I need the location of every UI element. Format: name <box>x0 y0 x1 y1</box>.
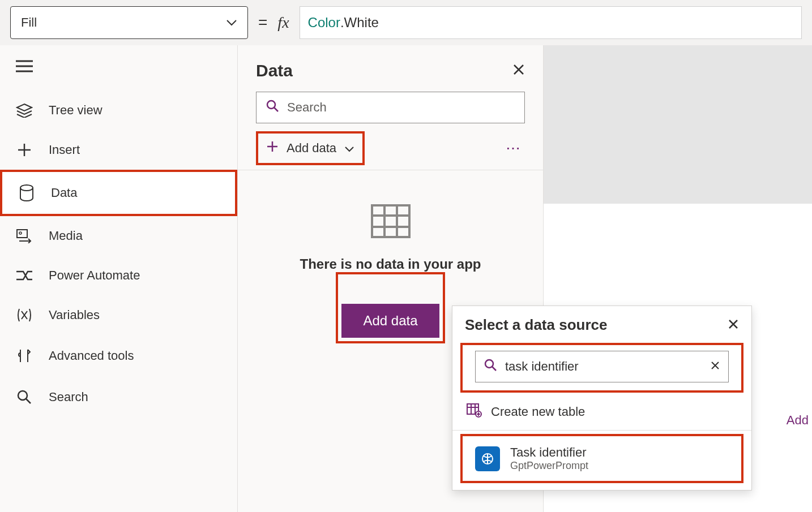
rail-item-label: Media <box>49 229 83 243</box>
rail-item-media[interactable]: Media <box>0 216 237 256</box>
flow-icon <box>15 269 34 282</box>
ai-model-icon <box>475 446 500 471</box>
clear-search-button[interactable] <box>710 359 720 374</box>
search-icon <box>484 358 497 375</box>
property-selector[interactable]: Fill <box>10 6 248 39</box>
svg-point-6 <box>485 360 493 368</box>
formula-input[interactable]: Color.White <box>300 6 802 39</box>
equals-sign: = <box>258 14 267 32</box>
svg-rect-1 <box>17 230 27 238</box>
result-subtitle: GptPowerPrompt <box>510 460 588 472</box>
rail-item-variables[interactable]: Variables <box>0 295 237 335</box>
hamburger-button[interactable] <box>0 53 237 91</box>
more-options-button[interactable]: ⋯ <box>506 140 525 157</box>
search-icon <box>266 99 279 116</box>
layers-icon <box>15 103 34 118</box>
database-icon <box>17 184 36 201</box>
popup-title: Select a data source <box>465 316 607 334</box>
svg-point-2 <box>19 232 22 234</box>
tools-icon <box>15 347 34 364</box>
data-search-input[interactable]: Search <box>256 92 525 123</box>
chevron-down-icon <box>344 141 354 156</box>
add-link[interactable]: Add <box>787 413 809 428</box>
table-plus-icon <box>466 403 482 421</box>
rail-item-label: Power Automate <box>49 268 140 283</box>
chevron-down-icon <box>226 15 237 30</box>
svg-point-3 <box>18 391 27 400</box>
add-data-label: Add data <box>287 141 336 156</box>
search-icon <box>15 389 34 405</box>
data-source-result-item[interactable]: Task identifier GptPowerPrompt <box>463 436 741 481</box>
formula-token-dot: . <box>340 15 344 31</box>
rail-item-label: Variables <box>49 308 100 322</box>
rail-item-label: Data <box>51 186 77 200</box>
rail-item-insert[interactable]: Insert <box>0 130 237 170</box>
close-data-panel-button[interactable] <box>512 63 525 78</box>
plus-icon <box>266 140 279 156</box>
rail-item-data[interactable]: Data <box>0 170 237 216</box>
result-title: Task identifier <box>510 445 588 460</box>
data-source-search-input[interactable]: task identifier <box>475 351 729 382</box>
rail-item-advanced-tools[interactable]: Advanced tools <box>0 335 237 377</box>
rail-item-label: Tree view <box>49 103 102 118</box>
formula-token-type: Color <box>308 15 340 31</box>
search-query-text: task identifier <box>505 359 702 374</box>
search-placeholder: Search <box>287 100 327 115</box>
svg-point-4 <box>267 101 275 109</box>
add-data-button[interactable]: Add data <box>341 304 439 338</box>
formula-token-value: White <box>344 15 379 31</box>
create-new-table-label: Create new table <box>491 405 585 419</box>
svg-point-0 <box>20 185 33 191</box>
rail-item-power-automate[interactable]: Power Automate <box>0 256 237 295</box>
add-data-dropdown[interactable]: Add data <box>259 135 361 162</box>
variable-icon <box>15 308 34 322</box>
property-name: Fill <box>21 15 37 30</box>
fx-label: fx <box>277 14 289 32</box>
rail-item-search[interactable]: Search <box>0 377 237 418</box>
left-rail: Tree view Insert Data Media Power Automa <box>0 45 238 512</box>
select-data-source-popup: Select a data source task identifier Cre… <box>452 306 752 491</box>
media-icon <box>15 229 34 243</box>
empty-table-icon <box>371 204 411 240</box>
create-new-table-button[interactable]: Create new table <box>452 395 751 431</box>
close-popup-button[interactable] <box>728 319 739 332</box>
plus-icon <box>15 143 34 157</box>
data-panel-title: Data <box>256 61 293 80</box>
empty-state-message: There is no data in your app <box>300 256 481 272</box>
rail-item-label: Insert <box>49 143 80 157</box>
rail-item-label: Search <box>49 390 88 405</box>
rail-item-label: Advanced tools <box>49 348 134 363</box>
svg-rect-5 <box>372 205 409 237</box>
rail-item-tree-view[interactable]: Tree view <box>0 91 237 130</box>
